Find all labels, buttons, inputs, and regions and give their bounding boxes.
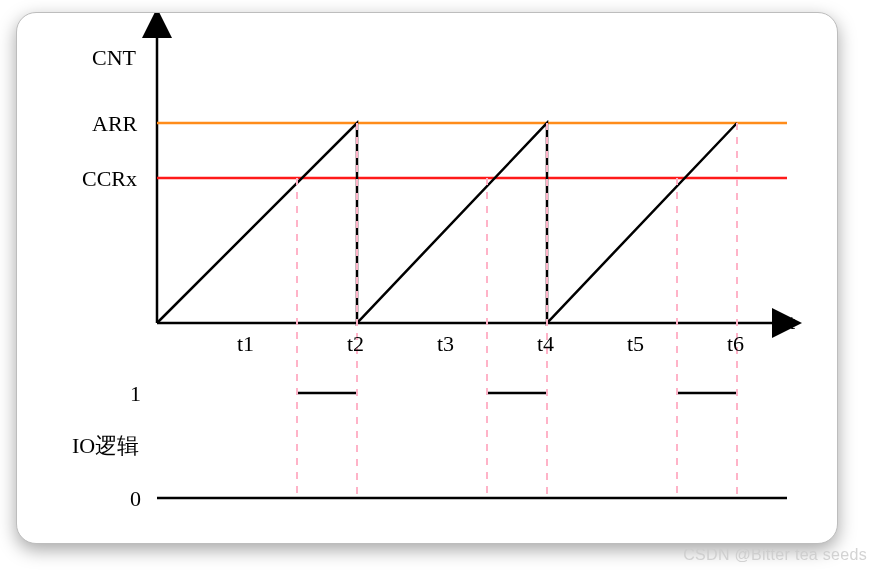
- tick-t3: t3: [437, 331, 454, 356]
- io-logic-label: IO逻辑: [72, 433, 139, 458]
- ccrx-label: CCRx: [82, 166, 137, 191]
- tick-t1: t1: [237, 331, 254, 356]
- watermark-text: CSDN @Bitter tea seeds: [683, 546, 867, 564]
- cnt-sawtooth: [157, 123, 737, 323]
- arr-label: ARR: [92, 111, 138, 136]
- pwm-diagram-svg: CNT ARR CCRx t t1 t2 t3 t4 t5 t6 1 IO逻辑 …: [17, 13, 837, 543]
- tick-t2: t2: [347, 331, 364, 356]
- logic-low-label: 0: [130, 486, 141, 511]
- y-axis-label: CNT: [92, 45, 137, 70]
- tick-t4: t4: [537, 331, 554, 356]
- logic-high-label: 1: [130, 381, 141, 406]
- tick-t6: t6: [727, 331, 744, 356]
- tick-t5: t5: [627, 331, 644, 356]
- x-axis-label: t: [789, 309, 795, 334]
- diagram-card: CNT ARR CCRx t t1 t2 t3 t4 t5 t6 1 IO逻辑 …: [16, 12, 838, 544]
